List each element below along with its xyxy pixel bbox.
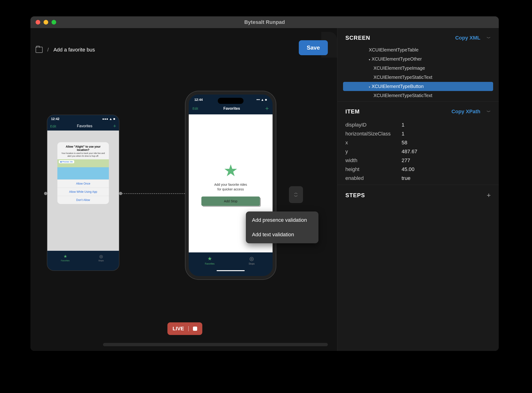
status-icons: ••• ▲ ■ (256, 98, 267, 102)
chevron-down-icon: ﹀ (294, 195, 298, 198)
live-indicator[interactable]: LIVE (167, 322, 202, 335)
window-body: / Add a favorite bus Save 12:42 ●●● ▲ ■ … (30, 28, 499, 351)
property-row: width277 (345, 156, 491, 165)
item-panel-header: ITEM Copy XPath ﹀ (337, 102, 499, 119)
alert-title: Allow "Alight" to use your location? (57, 142, 109, 152)
precise-badge: ◉ Precise: On (59, 160, 74, 163)
node-handle[interactable] (44, 192, 47, 195)
nav-bar: Edit Favorites + (47, 122, 119, 131)
tab-favorites[interactable]: ★ Favorites (189, 252, 231, 268)
add-stop-button[interactable]: Add Stop (201, 196, 260, 206)
reorder-button[interactable]: ︿ ﹀ (289, 186, 303, 203)
tab-label: Favorites (205, 262, 215, 265)
app-window: Bytesalt Runpad / Add a favorite bus Sav… (30, 16, 499, 351)
status-time: 12:42 (51, 117, 60, 121)
copy-xpath-button[interactable]: Copy XPath (452, 108, 480, 114)
tab-label: Stops (98, 260, 104, 262)
empty-text: Add your favorite rides for quicker acce… (214, 182, 247, 192)
alert-option-allow-once[interactable]: Allow Once (57, 179, 109, 188)
target-icon: ◎ (249, 256, 254, 262)
tree-row[interactable]: XCUIElementTypeImage (343, 64, 493, 73)
nav-title: Favorites (77, 124, 92, 128)
tree-row[interactable]: XCUIElementTypeTable (343, 45, 493, 54)
chevron-up-icon: ︿ (294, 191, 298, 195)
property-row: enabledtrue (345, 174, 491, 183)
fullscreen-icon[interactable] (51, 20, 56, 25)
folder-icon[interactable] (35, 47, 43, 53)
tree-row[interactable]: ▾XCUIElementTypeOther (343, 54, 493, 64)
alert-desc: Your location is used to track your ride… (57, 152, 109, 159)
flow-edge (122, 193, 185, 194)
chevron-down-icon[interactable]: ﹀ (487, 109, 491, 114)
horizontal-scrollbar[interactable] (103, 343, 328, 346)
tab-favorites[interactable]: ★ Favorites (47, 251, 83, 265)
property-row: y487.67 (345, 147, 491, 156)
edit-button[interactable]: Edit (192, 107, 198, 110)
plus-icon[interactable]: + (265, 105, 269, 112)
phone-mock-1[interactable]: 12:42 ●●● ▲ ■ Edit Favorites + Allow "Al… (47, 115, 119, 271)
close-icon[interactable] (35, 20, 40, 25)
property-row: horizontalSizeClass1 (345, 129, 491, 138)
element-tree[interactable]: XCUIElementTypeTable▾XCUIElementTypeOthe… (337, 45, 499, 102)
home-indicator (189, 268, 273, 273)
target-icon: ◎ (99, 254, 103, 259)
panel-title: STEPS (345, 192, 365, 199)
status-icons: ●●● ▲ ■ (102, 117, 115, 121)
scrollbar-thumb[interactable] (103, 343, 238, 346)
tab-label: Favorites (61, 260, 70, 262)
nav-bar: Edit Favorites + (189, 103, 273, 114)
star-icon: ★ (207, 256, 212, 262)
tab-stops[interactable]: ◎ Stops (231, 252, 273, 268)
nav-title: Favorites (223, 106, 240, 111)
property-row: x58 (345, 138, 491, 147)
stop-icon[interactable] (193, 327, 197, 331)
minimize-icon[interactable] (44, 20, 48, 25)
property-row: height45.00 (345, 165, 491, 174)
screen-panel-header: SCREEN Copy XML ﹀ (337, 28, 499, 45)
context-menu: Add presence validation Add text validat… (246, 211, 318, 243)
steps-panel-header: STEPS + (337, 185, 499, 204)
tab-label: Stops (249, 262, 255, 265)
status-time: 12:44 (194, 98, 203, 102)
edit-button[interactable]: Edit (50, 124, 56, 128)
chevron-down-icon[interactable]: ﹀ (487, 36, 491, 40)
live-label: LIVE (173, 326, 184, 332)
property-row: displayID1 (345, 120, 491, 129)
save-button[interactable]: Save (299, 40, 328, 55)
tab-bar: ★ Favorites ◎ Stops (47, 251, 119, 265)
breadcrumb: Add a favorite bus (53, 47, 95, 53)
alert-backdrop: Allow "Alight" to use your location? You… (47, 131, 119, 251)
canvas[interactable]: / Add a favorite bus Save 12:42 ●●● ▲ ■ … (30, 28, 337, 351)
dynamic-island (218, 98, 244, 104)
alert-option-allow-while[interactable]: Allow While Using App (57, 188, 109, 196)
tab-stops[interactable]: ◎ Stops (83, 251, 119, 265)
star-icon: ★ (63, 254, 67, 259)
traffic-lights (35, 20, 56, 25)
add-step-button[interactable]: + (487, 191, 491, 199)
location-alert: Allow "Alight" to use your location? You… (57, 142, 109, 204)
menu-item-text[interactable]: Add text validation (246, 227, 318, 242)
inspector-sidebar: SCREEN Copy XML ﹀ XCUIElementTypeTable▾X… (337, 28, 499, 351)
empty-line2: for quicker access (217, 187, 244, 191)
properties-list: displayID1horizontalSizeClass1x58y487.67… (337, 119, 499, 185)
phone-mock-live[interactable]: 12:44 ••• ▲ ■ Edit Favorites + ★ Add you… (186, 91, 276, 279)
star-icon: ★ (223, 161, 238, 180)
window-title: Bytesalt Runpad (30, 19, 499, 25)
steps-panel (337, 204, 499, 351)
tab-bar: ★ Favorites ◎ Stops (189, 252, 273, 268)
menu-item-presence[interactable]: Add presence validation (246, 213, 318, 227)
tree-row[interactable]: XCUIElementTypeStaticText (343, 91, 493, 100)
separator (188, 326, 189, 331)
panel-title: ITEM (345, 108, 360, 115)
copy-xml-button[interactable]: Copy XML (455, 35, 481, 41)
titlebar: Bytesalt Runpad (30, 16, 499, 28)
alert-map: ◉ Precise: On (57, 159, 109, 179)
plus-icon[interactable]: + (113, 123, 116, 129)
alert-option-dont-allow[interactable]: Don't Allow (57, 196, 109, 204)
panel-title: SCREEN (345, 35, 370, 41)
breadcrumb-separator: / (47, 47, 49, 53)
tree-row[interactable]: ▾XCUIElementTypeButton (343, 82, 493, 91)
empty-line1: Add your favorite rides (214, 183, 247, 187)
tree-row[interactable]: XCUIElementTypeStaticText (343, 73, 493, 82)
canvas-header: / Add a favorite bus (35, 47, 95, 53)
